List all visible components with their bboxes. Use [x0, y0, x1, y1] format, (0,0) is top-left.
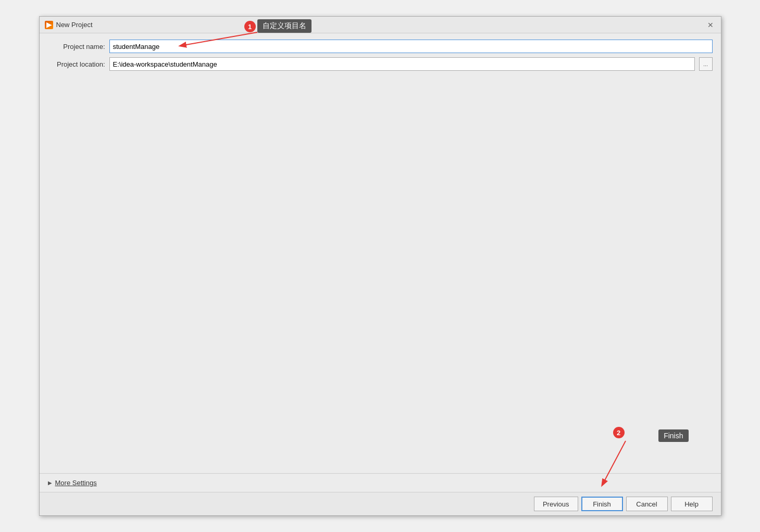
expand-icon: ▶: [48, 480, 52, 486]
button-bar: Previous Finish Cancel Help: [40, 492, 721, 515]
project-name-label: Project name:: [48, 43, 105, 50]
cancel-button[interactable]: Cancel: [626, 497, 668, 511]
project-location-input[interactable]: [109, 57, 695, 71]
new-project-dialog: ▶ New Project ✕ Project name: Project lo…: [39, 16, 721, 516]
browse-button[interactable]: ...: [699, 57, 713, 71]
help-button[interactable]: Help: [671, 497, 713, 511]
project-name-row: Project name:: [48, 40, 713, 53]
app-icon: ▶: [45, 21, 53, 29]
project-name-input[interactable]: [109, 40, 713, 53]
project-location-label: Project location:: [48, 60, 105, 68]
dialog-content: Project name: Project location: ...: [40, 33, 721, 473]
more-settings-row[interactable]: ▶ More Settings: [40, 473, 721, 492]
close-button[interactable]: ✕: [705, 20, 716, 30]
previous-button[interactable]: Previous: [534, 497, 578, 511]
finish-button[interactable]: Finish: [581, 497, 623, 511]
title-bar: ▶ New Project ✕: [40, 17, 721, 33]
title-bar-left: ▶ New Project: [45, 21, 93, 29]
content-spacer: [48, 75, 713, 467]
more-settings-label: More Settings: [55, 479, 97, 487]
dialog-title: New Project: [56, 21, 93, 29]
project-location-row: Project location: ...: [48, 57, 713, 71]
